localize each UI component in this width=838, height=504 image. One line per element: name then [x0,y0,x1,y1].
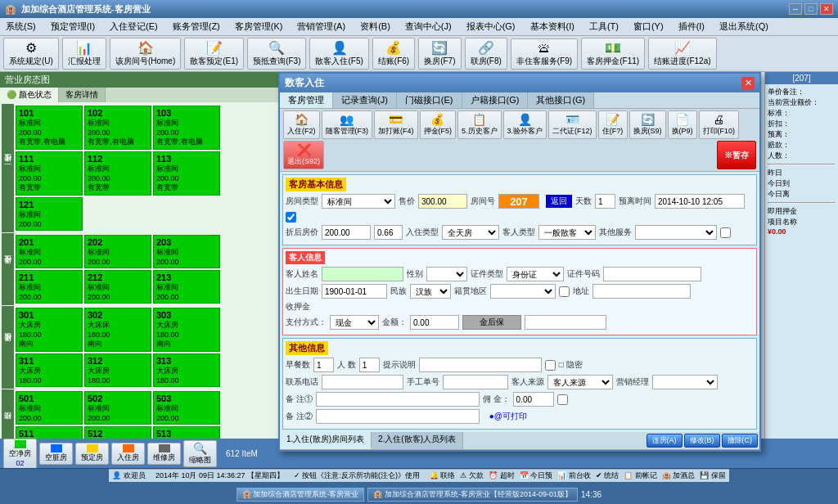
reserve-confirm-check[interactable] [286,212,296,223]
address-check[interactable] [559,286,570,297]
room-112[interactable]: 112标准间200.00有宽带 [84,151,151,196]
tab-room-list[interactable]: 1.入住(散房)房间列表 [280,432,372,449]
room-511[interactable]: 511标准间200.00 [16,426,83,439]
menu-data[interactable]: 资料(B) [358,20,393,34]
remark1-input[interactable] [316,392,480,407]
modal-btn-guest-mgmt[interactable]: 👥 随客管理(F3) [322,110,373,139]
modal-btn-add-bill[interactable]: 💳 加打账(F4) [374,110,418,139]
tips-input[interactable] [419,358,542,372]
modal-tab-other[interactable]: 其他接口(G) [528,92,594,108]
room-212[interactable]: 212标准间200.00 [84,270,151,304]
modal-btn-history[interactable]: 📋 5.历史客户 [457,110,502,139]
elder-type-select[interactable]: 一般散客 [538,225,596,240]
modal-btn-deposit[interactable]: 💰 押金(F5) [420,110,457,139]
modal-btn-save[interactable]: ※暂存 [717,141,756,169]
room-302[interactable]: 302大床床180.00南向 [84,308,151,352]
contact-input[interactable] [322,375,403,389]
room-311[interactable]: 311大床房180.00 [16,353,83,387]
gender-select[interactable] [426,267,467,281]
sales-select[interactable] [652,375,718,389]
remark2-input[interactable] [316,409,480,424]
payment-select[interactable]: 现金 [330,315,379,330]
checkin-type-select[interactable]: 全天房 [442,225,499,240]
btn-empty-clean[interactable]: 空净房 02 [3,439,37,469]
btn-link-room[interactable]: 🔗 联房(F8) [465,38,507,70]
menu-plugin[interactable]: 插件(I) [676,20,707,34]
modal-tab-household[interactable]: 户籍接口(G) [462,92,529,108]
btn-connect-room[interactable]: 连房(A) [647,434,683,448]
room-303[interactable]: 303大床房180.00南向 [153,308,220,352]
discount-rate-input[interactable] [374,225,403,240]
tab-room-detail[interactable]: 客房详情 [59,88,106,102]
btn-checkin[interactable]: 👤 散客入住(F5) [309,38,368,70]
discount-input[interactable] [322,225,371,240]
close-btn[interactable]: ✕ [820,3,833,15]
menu-reservation[interactable]: 预定管理(I) [48,20,97,34]
menu-exit[interactable]: 退出系统(Q) [717,20,771,34]
menu-tools[interactable]: 工具(T) [587,20,621,34]
room-type-select[interactable]: 标准间 [322,194,395,209]
room-503[interactable]: 503标准间200.00 [153,391,220,425]
customer-name-input[interactable] [322,267,403,281]
btn-checkout-progress[interactable]: 📈 结账进度(F12a) [648,38,716,70]
btn-occupied[interactable]: 入住房 [111,443,145,465]
id-type-select[interactable]: 身份证 [507,267,564,281]
amount-input[interactable] [410,315,459,330]
modal-btn-print[interactable]: 🖨 打印(F10) [699,110,740,139]
tips-check[interactable] [545,360,556,371]
room-313[interactable]: 313大床房180.00 [153,353,220,387]
room-111[interactable]: 111标准间200.00有宽带 [16,151,83,196]
btn-group-reserve[interactable]: 📝 散客预定(E1) [184,38,244,70]
room-121[interactable]: 121标准间200.00 [16,197,83,231]
other-service-select[interactable] [635,225,717,240]
room-101[interactable]: 101标准间200.00有宽带,有电脑 [16,106,83,150]
btn-thumbnail[interactable]: 🔍 缩略图 [183,440,217,467]
person-input[interactable] [359,358,380,372]
modal-btn-change[interactable]: 🔄 换房(S9) [629,110,666,139]
commission-check[interactable] [557,394,568,405]
room-512[interactable]: 512标准间200.00 [84,426,151,439]
tab-guest-list[interactable]: 2.入住(散客)人员列表 [372,432,463,449]
modal-btn-live[interactable]: 📝 住(F?) [598,110,628,139]
menu-accounts[interactable]: 账务管理(Z) [170,20,223,34]
menu-basic[interactable]: 基本资料(I) [528,20,577,34]
task-btn-1[interactable]: 🏨 加加综合酒店管理系统-客房营业 [237,488,365,502]
price-input[interactable] [418,194,467,209]
menu-query[interactable]: 查询中心(J) [403,20,454,34]
days-input[interactable] [595,194,615,209]
guest-source-select[interactable]: 客人来源 [547,375,613,389]
modal-btn-verify[interactable]: 👤 3.验外客户 [503,110,547,139]
btn-empty-dirty[interactable]: 空脏房 [39,443,73,465]
region-select[interactable] [490,284,556,299]
room-103[interactable]: 103标准间200.00有宽带,有电脑 [153,106,220,150]
card-num-input[interactable] [525,315,606,330]
room-203[interactable]: 203标准间200.00 [153,235,220,268]
breakfast-input[interactable] [313,358,334,372]
room-202[interactable]: 202标准间200.00 [84,235,151,268]
modal-close-btn[interactable]: ✕ [741,77,755,90]
modal-btn-id[interactable]: 🪪 二代证(F12) [548,110,597,139]
menu-rooms[interactable]: 客房管理(K) [232,20,286,34]
menu-system[interactable]: 系统(S) [3,20,38,34]
btn-change-room[interactable]: 🔄 换房(F7) [418,38,461,70]
reserve-time-input[interactable] [655,194,745,209]
minimize-btn[interactable]: ─ [789,3,802,15]
commission-input[interactable] [513,392,554,407]
room-502[interactable]: 502标准间200.00 [84,391,151,425]
btn-modify[interactable]: 修改(B) [684,434,720,448]
btn-room-num[interactable]: 🏠 该房间号(Home) [110,38,181,70]
menu-window[interactable]: 窗口(Y) [631,20,666,34]
menu-reports[interactable]: 报表中心(G) [464,20,518,34]
task-btn-2[interactable]: 🏨 加加综合酒店管理系统-客房营业【经营版2014-09-01版】 [367,488,578,502]
modal-tab-room-mgmt[interactable]: 客房管理 [280,92,333,108]
btn-deposit[interactable]: 💵 客房押金(F11) [581,38,645,70]
deposit-confirm-btn[interactable]: 金后保 [462,315,521,330]
modal-tab-record[interactable]: 记录查询(J) [333,92,397,108]
room-113[interactable]: 113标准间200.00有宽带 [153,151,220,196]
room-312[interactable]: 312大床房180.00 [84,353,151,387]
room-513[interactable]: 513标准间200.00 [153,426,220,439]
btn-arrivals[interactable]: 🔍 预抵查询(F3) [247,38,306,70]
manual-num-input[interactable] [443,375,508,389]
menu-sales[interactable]: 营销管理(A) [295,20,348,34]
room-num-input[interactable] [498,194,539,209]
